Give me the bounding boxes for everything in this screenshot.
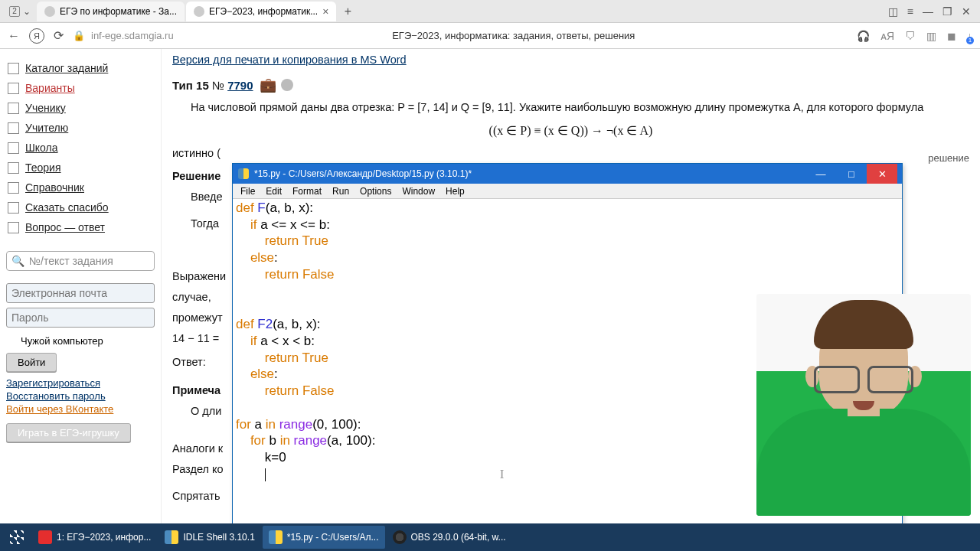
maximize-icon[interactable]: ❐ xyxy=(942,5,952,18)
idle-menu-bar: File Edit Format Run Options Window Help xyxy=(233,184,902,199)
vk-login-link[interactable]: Войти через ВКонтакте xyxy=(6,403,155,416)
lock-icon: 🔒 xyxy=(73,30,85,41)
search-icon: 🔍 xyxy=(11,255,24,267)
shield-icon[interactable]: ⛉ xyxy=(905,30,916,42)
headphones-icon[interactable]: 🎧 xyxy=(857,30,870,42)
tab-counter[interactable]: 2 ⌄ xyxy=(3,6,37,17)
play-game-button[interactable]: Играть в ЕГЭ-игрушку xyxy=(6,423,131,442)
sidebar-item[interactable]: Школа xyxy=(6,138,155,158)
sidebar: Каталог заданий Варианты Ученику Учителю… xyxy=(0,49,161,523)
checkbox-icon[interactable] xyxy=(8,202,19,214)
restore-link[interactable]: Восстановить пароль xyxy=(6,390,155,403)
taskbar-item[interactable]: IDLE Shell 3.10.1 xyxy=(158,526,260,549)
minimize-icon[interactable]: — xyxy=(805,164,836,184)
password-field[interactable] xyxy=(6,308,155,328)
menu-help[interactable]: Help xyxy=(441,186,469,197)
bookmark-icon[interactable]: ◼ xyxy=(947,30,956,42)
checkbox-icon[interactable] xyxy=(8,83,19,94)
start-button[interactable] xyxy=(3,526,31,549)
reload-icon[interactable]: ⟳ xyxy=(54,28,64,43)
menu-file[interactable]: File xyxy=(236,186,260,197)
sidebar-item[interactable]: Учителю xyxy=(6,118,155,138)
chevron-down-icon: ⌄ xyxy=(23,6,31,17)
search-input[interactable]: 🔍 №/текст задания xyxy=(6,251,155,271)
menu-run[interactable]: Run xyxy=(328,186,354,197)
taskbar: 1: ЕГЭ−2023, инфор... IDLE Shell 3.10.1 … xyxy=(0,523,980,551)
email-field[interactable] xyxy=(6,283,155,303)
downloads-icon[interactable]: ↓1 xyxy=(967,30,972,42)
menu-window[interactable]: Window xyxy=(397,186,439,197)
yandex-icon[interactable]: Я xyxy=(29,28,44,44)
window-controls: ◫ ≡ — ❐ ✕ xyxy=(888,5,977,18)
task-header: Тип 15 № 7790 💼 xyxy=(172,77,969,93)
menu-icon[interactable]: ≡ xyxy=(907,5,913,18)
favicon xyxy=(44,6,55,17)
checkbox-icon[interactable] xyxy=(8,63,19,74)
browser-tab-strip: 2 ⌄ ЕГЭ по информатике - За... ЕГЭ−2023,… xyxy=(0,0,980,23)
close-icon[interactable]: ✕ xyxy=(867,164,897,184)
checkbox-icon[interactable] xyxy=(8,182,19,194)
translate-icon[interactable]: ᴀЯ xyxy=(880,30,894,42)
url-field[interactable]: 🔒 inf-ege.sdamgia.ru ЕГЭ−2023, информати… xyxy=(73,30,848,41)
text-cursor xyxy=(265,468,266,481)
taskbar-item[interactable]: OBS 29.0.0 (64-bit, w... xyxy=(387,526,512,549)
back-icon[interactable]: ← xyxy=(8,29,20,43)
taskbar-item[interactable]: *15.py - C:/Users/Ал... xyxy=(263,526,385,549)
menu-options[interactable]: Options xyxy=(355,186,396,197)
browser-tab[interactable]: ЕГЭ по информатике - За... xyxy=(37,2,185,21)
task-text: На числовой прямой даны два отрезка: P =… xyxy=(172,99,969,116)
circle-icon[interactable] xyxy=(281,79,293,91)
python-icon xyxy=(165,530,178,544)
python-icon xyxy=(269,530,283,544)
sidebar-item[interactable]: Теория xyxy=(6,158,155,178)
task-number-link[interactable]: 7790 xyxy=(227,79,253,92)
taskbar-item[interactable]: 1: ЕГЭ−2023, инфор... xyxy=(32,526,157,549)
close-icon[interactable]: × xyxy=(322,5,328,18)
sidebar-item[interactable]: Сказать спасибо xyxy=(6,197,155,217)
briefcase-icon[interactable]: 💼 xyxy=(260,77,276,93)
checkbox-icon[interactable] xyxy=(8,122,19,134)
collections-icon[interactable]: ▥ xyxy=(926,30,936,42)
checkbox-icon[interactable] xyxy=(8,103,19,114)
checkbox-icon[interactable] xyxy=(6,336,16,346)
register-link[interactable]: Зарегистрироваться xyxy=(6,377,155,390)
yandex-icon xyxy=(38,530,52,544)
new-tab-button[interactable]: + xyxy=(338,3,358,20)
panel-icon[interactable]: ◫ xyxy=(888,5,898,18)
sidebar-item[interactable]: Варианты xyxy=(6,78,155,98)
solution-toggle[interactable]: решение xyxy=(172,152,969,164)
idle-titlebar[interactable]: *15.py - C:/Users/Александр/Desktop/15.p… xyxy=(233,164,902,184)
i-beam-icon: I xyxy=(500,467,505,481)
menu-edit[interactable]: Edit xyxy=(261,186,286,197)
checkbox-icon[interactable] xyxy=(8,222,19,233)
formula: ((x ∈ P) ≡ (x ∈ Q)) → ¬(x ∈ A) xyxy=(172,123,969,138)
sidebar-item[interactable]: Вопрос — ответ xyxy=(6,217,155,237)
login-button[interactable]: Войти xyxy=(6,353,57,372)
checkbox-icon[interactable] xyxy=(8,142,19,154)
windows-icon xyxy=(10,530,24,544)
menu-format[interactable]: Format xyxy=(288,186,326,197)
page-title: ЕГЭ−2023, информатика: задания, ответы, … xyxy=(392,30,635,41)
favicon xyxy=(194,6,204,17)
minimize-icon[interactable]: — xyxy=(923,5,933,18)
obs-icon xyxy=(393,530,407,544)
sidebar-item[interactable]: Справочник xyxy=(6,178,155,197)
browser-tab-active[interactable]: ЕГЭ−2023, информатик... × xyxy=(186,2,336,21)
python-icon xyxy=(237,168,250,180)
webcam-overlay xyxy=(756,294,971,516)
maximize-icon[interactable]: □ xyxy=(836,164,867,184)
checkbox-icon[interactable] xyxy=(8,162,19,174)
print-link[interactable]: Версия для печати и копирования в MS Wor… xyxy=(172,54,407,66)
sidebar-item[interactable]: Каталог заданий xyxy=(6,58,155,78)
close-icon[interactable]: ✕ xyxy=(962,5,971,18)
sidebar-item[interactable]: Ученику xyxy=(6,98,155,118)
address-bar: ← Я ⟳ 🔒 inf-ege.sdamgia.ru ЕГЭ−2023, инф… xyxy=(0,23,980,49)
